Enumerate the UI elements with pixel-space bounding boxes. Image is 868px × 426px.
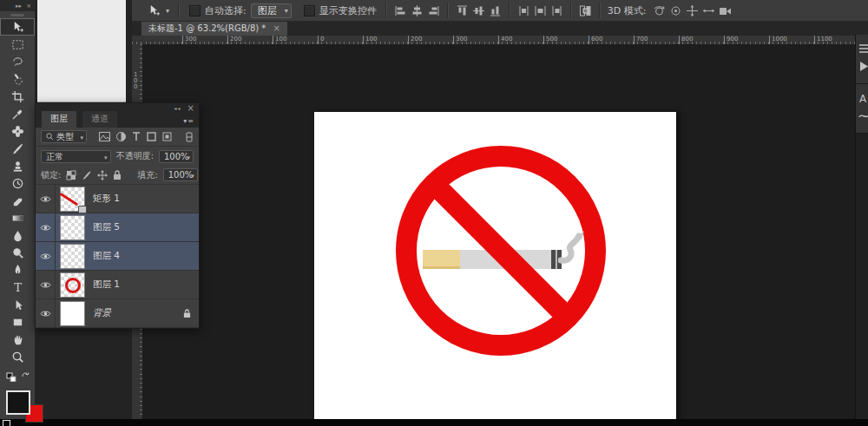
tool-quick-selection[interactable] [0,70,35,88]
layer-row-rectangle-1[interactable]: 矩形 1 [36,185,199,213]
tool-type[interactable]: T [0,279,35,296]
blend-mode-dropdown[interactable]: 正常 [41,150,111,163]
filter-shape-icon[interactable] [147,132,156,141]
ruler-label: 900 [724,36,738,44]
panel-menu-icon[interactable]: ▾≡ [183,117,194,125]
tool-preset-caret-icon[interactable]: ▾ [166,7,169,15]
auto-select-label: 自动选择: [205,4,247,17]
lock-all-icon[interactable] [113,170,122,180]
tool-dodge[interactable] [0,244,35,261]
move-tool-icon[interactable] [148,4,161,17]
tool-rect-marquee[interactable] [0,36,35,53]
tools-collapse-icon[interactable]: ▸▸ [16,3,22,10]
ruler-label: 200 [227,36,241,44]
layer-name[interactable]: 矩形 1 [93,193,199,205]
tool-brush[interactable] [0,140,35,157]
tool-eraser[interactable] [0,192,35,209]
3d-slide-icon[interactable] [702,4,715,17]
3d-roll-icon[interactable] [669,4,682,17]
filter-type-dropdown[interactable]: 类型 [41,130,87,143]
layer-name[interactable]: 图层 5 [93,221,199,233]
visibility-eye-icon[interactable] [36,185,56,213]
ruler-label: 300 [453,36,467,44]
filter-switch-icon[interactable] [185,132,194,142]
layer-thumbnail[interactable] [61,245,84,268]
align-center-h-icon[interactable] [411,4,424,17]
filter-pixel-icon[interactable] [99,132,110,141]
distribute-group [516,4,565,17]
tool-zoom[interactable] [0,348,35,365]
layer-row-layer-5[interactable]: 图层 5 [36,213,199,242]
tool-clone-stamp[interactable] [0,157,35,174]
foreground-color-swatch[interactable] [6,390,30,415]
layer-name[interactable]: 图层 1 [93,279,199,291]
layer-thumbnail[interactable] [61,187,84,211]
auto-select-target-dropdown[interactable]: 图层 [251,3,292,18]
layer-row-background[interactable]: 背景 [36,299,199,328]
lock-icons [66,170,122,180]
layer-row-layer-1[interactable]: 图层 1 [36,271,199,299]
tools-panel-grip[interactable] [10,14,24,16]
tool-lasso[interactable] [0,53,35,70]
dist-left-icon[interactable] [517,4,530,17]
character-panel-icon[interactable]: A [858,93,868,105]
layer-name[interactable]: 背景 [93,307,183,319]
tool-hand[interactable] [0,331,35,348]
lock-position-icon[interactable] [97,170,108,180]
tool-history-brush[interactable] [0,174,35,192]
default-swap-colors-icon[interactable] [5,368,31,382]
document-tab[interactable]: 未标题-1 @ 63.2%(RGB/8) * × [141,22,287,36]
align-right-icon[interactable] [427,4,440,17]
tool-eyedropper[interactable] [0,105,35,122]
show-transform-checkbox[interactable] [304,5,315,16]
visibility-eye-icon[interactable] [36,242,56,270]
panel-close-icon[interactable]: × [187,104,194,113]
filter-adjustment-icon[interactable] [116,132,126,141]
tools-close-icon[interactable]: × [26,3,31,10]
align-left-icon[interactable] [394,4,407,17]
tab-channels[interactable]: 通道 [82,111,117,128]
layer-thumbnail[interactable] [61,273,84,297]
dist-center-h-icon[interactable] [534,4,547,17]
tool-pen[interactable] [0,261,35,279]
visibility-eye-icon[interactable] [36,299,56,327]
lock-transparency-icon[interactable] [66,170,76,180]
3d-camera-icon[interactable] [719,4,732,17]
layer-thumbnail[interactable] [61,216,84,239]
lock-pixels-icon[interactable] [82,170,92,180]
3d-rotate-icon[interactable] [653,4,666,17]
tool-gradient[interactable] [0,209,35,226]
auto-align-icon[interactable] [579,4,592,17]
auto-select-checkbox[interactable] [189,5,201,16]
layer-thumbnail[interactable] [61,302,84,325]
3d-drag-icon[interactable] [686,4,699,17]
panel-collapse-icon[interactable]: ◂◂ [174,105,181,111]
visibility-eye-icon[interactable] [36,213,56,241]
filter-type-text-icon[interactable] [132,132,141,141]
tool-rectangle[interactable] [0,313,35,331]
tool-path-selection[interactable] [0,296,35,313]
paragraph-panel-icon[interactable] [858,110,868,122]
layer-name[interactable]: 图层 4 [93,250,199,262]
align-top-icon[interactable] [456,4,469,17]
tool-move[interactable] [0,18,35,36]
tool-crop[interactable] [0,88,35,105]
tool-blur[interactable] [0,226,35,244]
filter-smart-object-icon[interactable] [162,132,172,141]
history-panel-icon[interactable] [858,43,868,56]
actions-panel-icon[interactable] [858,61,868,73]
opacity-value[interactable]: 100% [159,150,194,163]
tab-layers[interactable]: 图层 [42,111,76,128]
separator [178,3,180,18]
canvas-pasteboard[interactable] [142,44,855,426]
tool-healing-brush[interactable] [0,122,35,140]
document-canvas[interactable] [314,112,676,426]
layer-row-layer-4[interactable]: 图层 4 [36,242,199,271]
align-middle-icon[interactable] [472,4,485,17]
dist-right-icon[interactable] [550,4,563,17]
align-bottom-icon[interactable] [489,4,502,17]
ruler-label: 700 [634,36,648,44]
document-tab-close-icon[interactable]: × [273,22,279,36]
fill-value[interactable]: 100% [163,168,198,181]
visibility-eye-icon[interactable] [36,271,56,298]
